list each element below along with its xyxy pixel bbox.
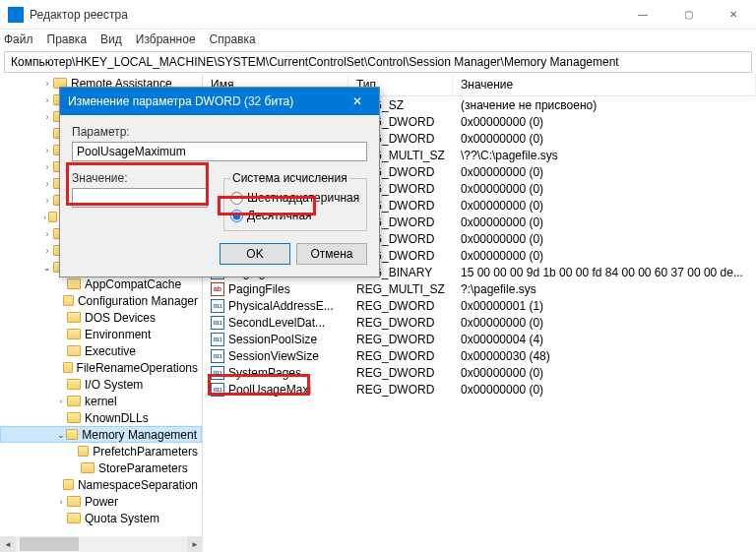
folder-icon: [67, 329, 81, 339]
chevron-right-icon[interactable]: ›: [41, 213, 48, 222]
radix-hex-label: Шестнадцатеричная: [247, 191, 359, 205]
tree-item[interactable]: Environment: [0, 326, 202, 342]
param-input[interactable]: [72, 142, 367, 161]
value-data: \??\C:\pagefile.sys: [453, 149, 756, 162]
value-type: REG_DWORD: [348, 316, 453, 330]
radix-hex-radio[interactable]: [230, 192, 243, 205]
folder-icon: [63, 362, 73, 373]
value-type: REG_DWORD: [348, 299, 453, 313]
tree-item[interactable]: DOS Devices: [0, 309, 202, 326]
chevron-right-icon[interactable]: ›: [41, 146, 53, 155]
address-text: Компьютер\HKEY_LOCAL_MACHINE\SYSTEM\Curr…: [11, 55, 619, 69]
menu-edit[interactable]: Правка: [47, 32, 88, 46]
value-data: 0x00000000 (0): [453, 232, 756, 246]
tree-item[interactable]: FileRenameOperations: [0, 359, 202, 376]
chevron-right-icon[interactable]: ›: [55, 497, 67, 507]
chevron-right-icon[interactable]: ›: [41, 79, 53, 89]
scroll-thumb[interactable]: [20, 537, 79, 551]
radix-hex-row[interactable]: Шестнадцатеричная: [230, 189, 360, 207]
tree-item[interactable]: I/O System: [0, 376, 202, 393]
chevron-right-icon[interactable]: ›: [41, 162, 53, 172]
scroll-right-icon[interactable]: ►: [187, 536, 203, 552]
tree-item[interactable]: AppCompatCache: [0, 276, 202, 292]
radix-dec-label: Десятичная: [247, 209, 312, 222]
value-row[interactable]: 011SessionViewSizeREG_DWORD0x00000030 (4…: [203, 347, 756, 364]
chevron-down-icon[interactable]: ⌄: [56, 430, 66, 440]
dialog-titlebar[interactable]: Изменение параметра DWORD (32 бита) ✕: [60, 88, 379, 115]
cancel-button[interactable]: Отмена: [296, 243, 367, 265]
value-label: Значение:: [72, 171, 220, 185]
maximize-button[interactable]: ▢: [665, 0, 711, 30]
value-name: SessionPoolSize: [228, 333, 317, 346]
menu-view[interactable]: Вид: [100, 32, 122, 46]
minimize-button[interactable]: —: [620, 0, 665, 30]
regedit-icon: [8, 7, 24, 23]
tree-item[interactable]: Quota System: [0, 510, 202, 526]
value-data: 0x00000000 (0): [453, 215, 756, 229]
radix-dec-row[interactable]: Десятичная: [230, 207, 360, 224]
radix-dec-radio[interactable]: [230, 210, 243, 222]
value-data: 0x00000000 (0): [453, 182, 756, 196]
chevron-right-icon[interactable]: ›: [41, 246, 53, 256]
chevron-right-icon[interactable]: ›: [41, 196, 53, 206]
chevron-right-icon[interactable]: ›: [55, 397, 67, 406]
tree-item-label: KnownDLLs: [85, 411, 149, 425]
tree-item-label: NamespaceSeparation: [78, 478, 198, 492]
tree-item[interactable]: ⌄Memory Management: [0, 426, 202, 443]
chevron-down-icon[interactable]: ⌄: [41, 263, 53, 273]
value-row[interactable]: 011PoolUsageMaxiREG_DWORD0x00000000 (0): [203, 381, 756, 398]
tree-item[interactable]: StoreParameters: [0, 460, 202, 476]
close-button[interactable]: ✕: [711, 0, 756, 30]
folder-icon: [81, 462, 94, 473]
chevron-right-icon[interactable]: ›: [41, 112, 53, 122]
tree-item[interactable]: KnownDLLs: [0, 409, 202, 426]
dialog-title-text: Изменение параметра DWORD (32 бита): [68, 94, 344, 108]
value-data: 0x00000000 (0): [453, 115, 756, 129]
value-data: 0x00000000 (0): [453, 316, 756, 330]
dialog-body: Параметр: Значение: Система исчисления Ш…: [60, 115, 379, 276]
tree-item[interactable]: PrefetchParameters: [0, 443, 202, 460]
value-name: SecondLevelDat...: [228, 316, 325, 330]
col-value[interactable]: Значение: [453, 75, 756, 95]
value-row[interactable]: 011PhysicalAddressE...REG_DWORD0x0000000…: [203, 297, 756, 314]
tree-item-label: DOS Devices: [85, 311, 156, 325]
value-data: 0x00000004 (4): [453, 333, 756, 346]
chevron-right-icon[interactable]: ›: [41, 179, 53, 189]
tree-hscroll[interactable]: ◄ ►: [0, 536, 203, 552]
tree-item-label: AppCompatCache: [85, 277, 181, 291]
tree-item-label: Memory Management: [82, 428, 197, 442]
binary-value-icon: 011: [211, 333, 224, 346]
value-data: ?:\pagefile.sys: [453, 282, 756, 296]
folder-icon: [78, 446, 89, 457]
folder-icon: [67, 496, 81, 507]
tree-item[interactable]: ›kernel: [0, 393, 202, 409]
scroll-left-icon[interactable]: ◄: [0, 536, 16, 552]
value-row[interactable]: 011SessionPoolSizeREG_DWORD0x00000004 (4…: [203, 331, 756, 347]
folder-icon: [48, 212, 57, 222]
chevron-right-icon[interactable]: ›: [41, 95, 53, 105]
chevron-right-icon[interactable]: ›: [41, 229, 53, 239]
menu-file[interactable]: Файл: [4, 32, 33, 46]
tree-item[interactable]: ›Power: [0, 493, 202, 510]
tree-item-label: Configuration Manager: [78, 294, 198, 308]
value-input[interactable]: [72, 188, 208, 208]
tree-item-label: FileRenameOperations: [77, 361, 198, 375]
value-row[interactable]: 011SecondLevelDat...REG_DWORD0x00000000 …: [203, 314, 756, 331]
value-data: 0x00000000 (0): [453, 249, 756, 263]
value-row[interactable]: 011SystemPagesREG_DWORD0x00000000 (0): [203, 364, 756, 381]
folder-icon: [63, 295, 73, 306]
menu-fav[interactable]: Избранное: [136, 32, 196, 46]
tree-item[interactable]: Configuration Manager: [0, 292, 202, 309]
menu-help[interactable]: Справка: [210, 32, 256, 46]
tree-item[interactable]: Executive: [0, 342, 202, 359]
binary-value-icon: 011: [211, 316, 224, 330]
address-bar[interactable]: Компьютер\HKEY_LOCAL_MACHINE\SYSTEM\Curr…: [4, 51, 752, 73]
dialog-close-icon[interactable]: ✕: [344, 88, 371, 115]
ok-button[interactable]: OK: [220, 243, 290, 265]
value-data: 0x00000000 (0): [453, 165, 756, 179]
value-data: 15 00 00 00 9d 1b 00 00 fd 84 00 00 60 3…: [453, 266, 756, 279]
folder-icon: [67, 312, 81, 323]
tree-item[interactable]: NamespaceSeparation: [0, 476, 202, 493]
value-name: PhysicalAddressE...: [228, 299, 334, 313]
value-row[interactable]: abPagingFilesREG_MULTI_SZ?:\pagefile.sys: [203, 280, 756, 297]
